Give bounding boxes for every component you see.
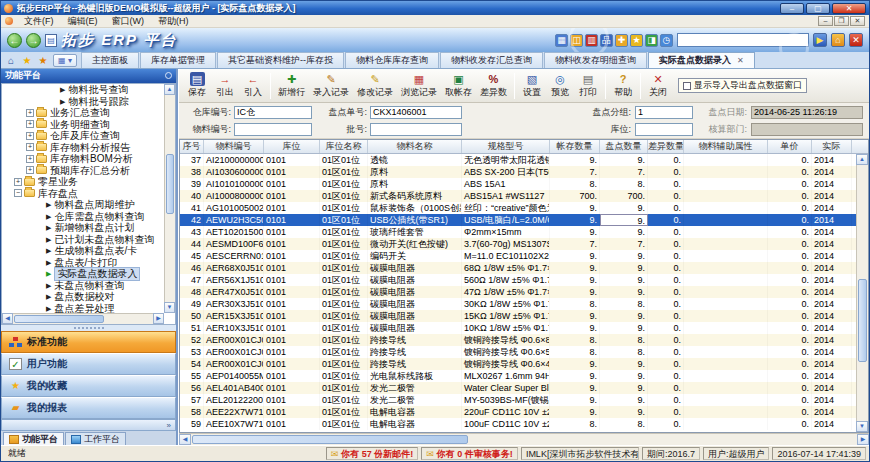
- batch-no-field[interactable]: [370, 123, 462, 136]
- column-header-12[interactable]: 实际: [812, 140, 852, 153]
- table-row[interactable]: 56AEL401AB4005300010101区01位发光二极管Water Cl…: [180, 382, 868, 394]
- stack-button-标准功能[interactable]: 标准功能: [1, 331, 176, 353]
- tree-item[interactable]: +仓库及库位查询: [2, 130, 175, 142]
- column-header-1[interactable]: 序号: [180, 140, 204, 153]
- tree-item[interactable]: +业务明细查询: [2, 119, 175, 131]
- column-header-3[interactable]: 库位: [264, 140, 320, 153]
- tab-close-icon[interactable]: ✕: [737, 53, 744, 68]
- tab-2[interactable]: 库存单据管理: [140, 52, 216, 68]
- tree-vertical-scrollbar[interactable]: ▲ ▼: [164, 84, 175, 313]
- table-row[interactable]: 49AER30X3J5101100010101区01位碳膜电阻器30KΩ 1/8…: [180, 298, 868, 310]
- tree-item[interactable]: ▶新增物料盘点计划: [2, 222, 175, 234]
- stack-overflow-chevron[interactable]: »: [1, 419, 176, 431]
- add-favorite-icon[interactable]: ★: [35, 54, 51, 68]
- warehouse-code-field[interactable]: IC仓: [234, 106, 312, 119]
- count-group-field[interactable]: 1: [635, 106, 693, 119]
- toolbar-button-关闭[interactable]: ✕关闭: [644, 71, 672, 100]
- scroll-left-icon[interactable]: ◀: [179, 434, 191, 445]
- panel-tab-1[interactable]: 功能平台: [3, 432, 64, 445]
- table-row[interactable]: 59AEE10X7W7105500010101区01位电解电容器100uF CD…: [180, 418, 868, 430]
- stack-button-我的报表[interactable]: ▰我的报表: [1, 397, 176, 419]
- tab-3[interactable]: 其它基础资料维护--库存投: [217, 52, 344, 68]
- star-icon[interactable]: ★: [630, 34, 643, 47]
- table-row[interactable]: 53AER00X01CJ00500010101区01位跨接导线镀铜跨接导线 Φ0…: [180, 346, 868, 358]
- tab-4[interactable]: 物料仓库库存查询: [345, 52, 439, 68]
- table-row[interactable]: 48AER47X0J5101100010101区01位碳膜电阻器47Ω 1/8W…: [180, 286, 868, 298]
- expand-icon[interactable]: +: [26, 143, 34, 151]
- table-row[interactable]: 55AEP0140055M1601010101区01位光电鼠标线路板MLX026…: [180, 370, 868, 382]
- scrollbar-thumb[interactable]: [166, 154, 174, 214]
- tree-item[interactable]: ▶未盘点物料查询: [2, 280, 175, 292]
- table-row[interactable]: 37AI2100000000000010101区01位透镜无色透明带太阳花透镜（…: [180, 154, 868, 166]
- tab-6[interactable]: 物料收发存明细查询: [544, 52, 647, 68]
- expand-icon[interactable]: +: [26, 166, 34, 174]
- column-header-6[interactable]: 规格型号: [462, 140, 550, 153]
- scroll-left-icon[interactable]: ◀: [2, 313, 13, 324]
- go-button[interactable]: ▶: [813, 33, 827, 47]
- table-row[interactable]: 41AG1010050020210010101区01位鼠标装饰条（0100S创新…: [180, 202, 868, 214]
- home-icon[interactable]: ⌂: [3, 54, 19, 68]
- close-button[interactable]: ✕: [832, 3, 866, 14]
- toolbar-button-帮助[interactable]: ?帮助: [609, 71, 637, 100]
- tree-item[interactable]: ▶生成物料盘点表/卡: [2, 245, 175, 257]
- toolbar-button-录入记录[interactable]: ✎录入记录: [309, 71, 353, 100]
- tree-item[interactable]: +业务汇总查询: [2, 107, 175, 119]
- import-export-toggle[interactable]: 显示导入导出盘点数据窗口: [678, 78, 807, 93]
- table-row[interactable]: 42AEWU2H3C50031010101区01位USB公插线(带SR1)USB…: [180, 214, 868, 226]
- scrollbar-thumb[interactable]: [858, 279, 867, 362]
- stack-button-我的收藏[interactable]: ★我的收藏: [1, 375, 176, 397]
- tree-item[interactable]: ▶物料批号查询: [2, 84, 175, 96]
- status-notice[interactable]: ✉你有 57 份新邮件!: [326, 447, 419, 460]
- expand-icon[interactable]: +: [26, 132, 34, 140]
- folder-add-icon[interactable]: ✚: [615, 34, 628, 47]
- maximize-button[interactable]: ▢: [806, 3, 830, 14]
- tree-item[interactable]: +库存物料分析报告: [2, 142, 175, 154]
- tree-item[interactable]: ▶物料批号跟踪: [2, 96, 175, 108]
- toolbar-button-浏览记录[interactable]: ▦浏览记录: [397, 71, 441, 100]
- tree-item[interactable]: +零星业务: [2, 176, 175, 188]
- forward-button[interactable]: →: [26, 33, 41, 48]
- expand-icon[interactable]: +: [26, 120, 34, 128]
- table-row[interactable]: 58AEE22X7W7105A00010101区01位电解电容器220uF CD…: [180, 406, 868, 418]
- toolbar-button-新增行[interactable]: ✚新增行: [274, 71, 309, 100]
- location-field[interactable]: [635, 123, 693, 136]
- table-row[interactable]: 44AESMD100F616300010101区01位微动开关(红色按键)3.7…: [180, 238, 868, 250]
- tab-7[interactable]: 实际盘点数据录入✕: [648, 52, 755, 68]
- toolbar-button-修改记录[interactable]: ✎修改记录: [353, 71, 397, 100]
- expand-icon[interactable]: +: [14, 178, 22, 186]
- column-header-9[interactable]: 差异数量: [648, 140, 684, 153]
- help-icon[interactable]: ◷: [660, 34, 673, 47]
- table-row[interactable]: 46AER68X0J5101100010101区01位碳膜电阻器68Ω 1/8W…: [180, 262, 868, 274]
- table-row[interactable]: 57AEL201222005500010101区01位发光二极管MY-5039B…: [180, 394, 868, 406]
- expand-icon[interactable]: −: [14, 189, 22, 197]
- mdi-minimize-button[interactable]: ‒: [818, 16, 833, 26]
- column-header-7[interactable]: 帐存数量: [550, 140, 600, 153]
- mdi-restore-button[interactable]: ❐: [834, 16, 849, 26]
- tree-item[interactable]: ▶仓库需盘点物料查询: [2, 211, 175, 223]
- menu-item[interactable]: 文件(F): [17, 16, 61, 26]
- tree-item[interactable]: −库存盘点: [2, 188, 175, 200]
- stack-button-用户功能[interactable]: ✓用户功能: [1, 353, 176, 375]
- table-row[interactable]: 52AER00X01CJ00800010101区01位跨接导线镀铜跨接导线 Φ0…: [180, 334, 868, 346]
- toolbar-button-差异数[interactable]: %差异数: [476, 71, 511, 100]
- menu-item[interactable]: 编辑(E): [61, 16, 105, 26]
- material-code-field[interactable]: [234, 123, 312, 136]
- status-notice[interactable]: ✉你有 0 件审核事务!: [421, 447, 518, 460]
- toolbar-button-取帐存[interactable]: ▣取帐存: [441, 71, 476, 100]
- table-row[interactable]: 39AI1010100000000010101区01位原料ABS 15A18.8…: [180, 178, 868, 190]
- close-banner-button[interactable]: ✕: [849, 33, 863, 47]
- scrollbar-thumb[interactable]: [192, 435, 468, 444]
- expand-icon[interactable]: +: [26, 155, 34, 163]
- column-header-4[interactable]: 库位名称: [320, 140, 368, 153]
- back-button[interactable]: ←: [7, 33, 22, 48]
- toolbar-button-设置[interactable]: ▧设置: [518, 71, 546, 100]
- toolbar-button-引出[interactable]: →引出: [211, 71, 239, 100]
- tab-list-button[interactable]: ▦ ▾: [53, 54, 77, 67]
- expand-icon[interactable]: +: [26, 109, 34, 117]
- scroll-right-icon[interactable]: ▶: [857, 434, 869, 445]
- scroll-up-icon[interactable]: ▲: [164, 84, 175, 95]
- menu-item[interactable]: 窗口(W): [105, 16, 152, 26]
- scroll-up-icon[interactable]: ▲: [856, 154, 868, 165]
- grid-vertical-scrollbar[interactable]: ▲ ▼: [856, 154, 868, 432]
- column-header-5[interactable]: 物料名称: [368, 140, 462, 153]
